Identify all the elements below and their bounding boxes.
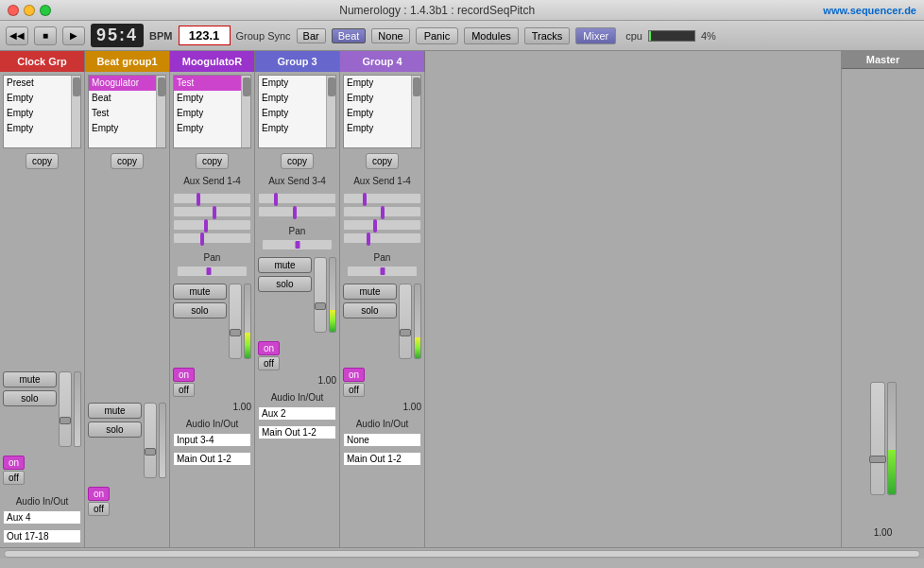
off-button[interactable]: off xyxy=(3,471,25,485)
list-scrollbar[interactable] xyxy=(241,76,250,147)
volume-fader[interactable] xyxy=(144,403,157,478)
solo-button[interactable]: solo xyxy=(258,276,312,292)
audio-out-box[interactable]: Out 17-18 xyxy=(3,529,81,543)
bpm-input[interactable]: 123.1 xyxy=(179,26,231,45)
pan-slider[interactable] xyxy=(262,239,333,250)
aux-slider-3[interactable] xyxy=(173,219,251,231)
prev-button[interactable]: ◀◀ xyxy=(6,26,28,45)
aux-slider-1[interactable] xyxy=(258,193,336,204)
fader-handle[interactable] xyxy=(315,302,326,310)
audio-in-box[interactable]: None xyxy=(343,433,421,447)
aux-slider-4[interactable] xyxy=(343,232,421,244)
audio-out-box[interactable]: Main Out 1-2 xyxy=(343,452,421,466)
list-item[interactable]: Test xyxy=(89,106,165,121)
list-item[interactable]: Preset xyxy=(4,76,80,91)
copy-button[interactable]: copy xyxy=(26,153,59,169)
group4-module-list[interactable]: Empty Empty Empty Empty xyxy=(343,75,421,148)
aux-slider-2[interactable] xyxy=(343,206,421,217)
mixer-nav-button[interactable]: Mixer xyxy=(575,27,616,44)
aux-slider-1[interactable] xyxy=(343,193,421,204)
minimize-button[interactable] xyxy=(24,5,35,16)
aux-slider-1[interactable] xyxy=(173,193,251,204)
list-item[interactable]: Empty xyxy=(4,106,80,121)
group3-module-list[interactable]: Empty Empty Empty Empty xyxy=(258,75,336,148)
group4-header[interactable]: Group 4 xyxy=(340,51,425,72)
audio-in-box[interactable]: Input 3-4 xyxy=(173,433,251,447)
audio-in-box[interactable]: Aux 4 xyxy=(3,510,81,525)
aux-slider-4[interactable] xyxy=(173,232,251,244)
solo-button[interactable]: solo xyxy=(343,302,397,318)
volume-fader[interactable] xyxy=(59,371,72,447)
mute-button[interactable]: mute xyxy=(173,284,227,300)
on-button[interactable]: on xyxy=(173,368,195,382)
list-scrollbar[interactable] xyxy=(71,76,80,147)
beat-module-list[interactable]: Moogulator Beat Test Empty xyxy=(88,75,166,148)
volume-fader[interactable] xyxy=(314,257,327,333)
off-button[interactable]: off xyxy=(258,356,280,370)
sync-bar-button[interactable]: Bar xyxy=(297,28,326,43)
fader-handle[interactable] xyxy=(230,329,241,336)
off-button[interactable]: off xyxy=(343,383,365,397)
on-button[interactable]: on xyxy=(3,456,25,470)
solo-button[interactable]: solo xyxy=(3,390,57,406)
maximize-button[interactable] xyxy=(40,5,51,16)
panic-button[interactable]: Panic xyxy=(416,27,459,44)
play-button[interactable]: ▶ xyxy=(62,26,85,45)
modules-nav-button[interactable]: Modules xyxy=(464,27,519,44)
fader-handle[interactable] xyxy=(145,448,156,456)
beat-group1-header[interactable]: Beat group1 xyxy=(85,51,170,72)
on-button[interactable]: on xyxy=(343,368,365,382)
list-item[interactable]: Empty xyxy=(259,121,335,136)
volume-fader[interactable] xyxy=(399,284,412,359)
list-item[interactable]: Empty xyxy=(344,91,420,106)
list-item[interactable]: Empty xyxy=(174,121,250,136)
list-item[interactable]: Test xyxy=(174,76,250,91)
mute-button[interactable]: mute xyxy=(258,257,312,273)
list-scrollbar[interactable] xyxy=(326,76,335,147)
on-button[interactable]: on xyxy=(88,487,110,501)
scrollbar-track[interactable] xyxy=(4,550,920,558)
list-scrollbar[interactable] xyxy=(411,76,420,147)
list-item[interactable]: Moogulator xyxy=(89,76,165,91)
master-volume-fader[interactable] xyxy=(870,382,885,495)
fader-handle[interactable] xyxy=(400,329,411,336)
master-fader-handle[interactable] xyxy=(869,456,886,463)
list-item[interactable]: Beat xyxy=(89,91,165,106)
tracks-nav-button[interactable]: Tracks xyxy=(524,27,571,44)
moog-module-list[interactable]: Test Empty Empty Empty xyxy=(173,75,251,148)
mute-button[interactable]: mute xyxy=(88,403,142,419)
bottom-scrollbar[interactable] xyxy=(0,547,924,559)
mute-button[interactable]: mute xyxy=(3,371,57,387)
list-item[interactable]: Empty xyxy=(259,76,335,91)
clock-grp-header[interactable]: Clock Grp xyxy=(0,51,85,72)
close-button[interactable] xyxy=(8,5,19,16)
audio-in-box[interactable]: Aux 2 xyxy=(258,406,336,421)
solo-button[interactable]: solo xyxy=(88,422,142,438)
aux-slider-3[interactable] xyxy=(343,219,421,231)
copy-button[interactable]: copy xyxy=(281,153,314,169)
clock-module-list[interactable]: Preset Empty Empty Empty xyxy=(3,75,81,148)
volume-fader[interactable] xyxy=(229,284,242,359)
list-item[interactable]: Empty xyxy=(174,106,250,121)
list-item[interactable]: Empty xyxy=(4,121,80,136)
list-scrollbar[interactable] xyxy=(156,76,165,147)
group3-header[interactable]: Group 3 xyxy=(255,51,340,72)
pan-slider[interactable] xyxy=(177,266,248,277)
list-item[interactable]: Empty xyxy=(89,121,165,136)
copy-button[interactable]: copy xyxy=(366,153,399,169)
pan-slider[interactable] xyxy=(347,266,418,277)
fader-handle[interactable] xyxy=(60,417,71,424)
stop-button[interactable]: ■ xyxy=(34,26,57,45)
mute-button[interactable]: mute xyxy=(343,284,397,300)
audio-out-box[interactable]: Main Out 1-2 xyxy=(173,452,251,466)
on-button[interactable]: on xyxy=(258,341,280,355)
list-item[interactable]: Empty xyxy=(344,106,420,121)
list-item[interactable]: Empty xyxy=(174,91,250,106)
list-item[interactable]: Empty xyxy=(344,121,420,136)
website-link[interactable]: www.sequencer.de xyxy=(823,5,916,16)
moogulator-header[interactable]: MoogulatoR xyxy=(170,51,255,72)
window-controls[interactable] xyxy=(8,5,51,16)
list-item[interactable]: Empty xyxy=(259,91,335,106)
copy-button[interactable]: copy xyxy=(196,153,229,169)
aux-slider-2[interactable] xyxy=(258,206,336,217)
